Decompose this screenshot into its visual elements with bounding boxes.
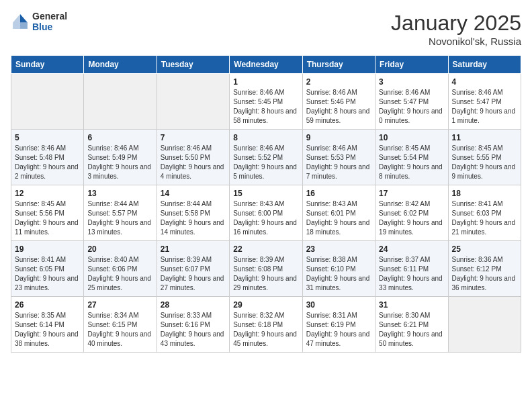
day-number: 20	[87, 244, 152, 254]
calendar-title: January 2025	[391, 11, 521, 36]
day-number: 6	[87, 133, 152, 142]
day-info: Sunrise: 8:41 AMSunset: 6:05 PMDaylight:…	[15, 255, 80, 293]
day-cell: 11Sunrise: 8:45 AMSunset: 5:55 PMDayligh…	[448, 130, 521, 185]
day-cell: 24Sunrise: 8:37 AMSunset: 6:11 PMDayligh…	[375, 241, 448, 297]
day-number: 24	[379, 244, 444, 254]
day-cell: 6Sunrise: 8:46 AMSunset: 5:49 PMDaylight…	[84, 130, 157, 185]
day-number: 4	[452, 77, 517, 87]
day-number: 10	[379, 133, 444, 142]
day-cell	[11, 74, 84, 130]
day-info: Sunrise: 8:30 AMSunset: 6:21 PMDaylight:…	[379, 311, 444, 349]
day-cell: 16Sunrise: 8:43 AMSunset: 6:01 PMDayligh…	[302, 185, 375, 241]
title-block: January 2025 Novonikol'sk, Russia	[391, 11, 521, 47]
day-number: 19	[15, 244, 80, 254]
calendar-subtitle: Novonikol'sk, Russia	[391, 36, 521, 47]
day-info: Sunrise: 8:42 AMSunset: 6:02 PMDaylight:…	[379, 199, 444, 237]
day-cell: 25Sunrise: 8:36 AMSunset: 6:12 PMDayligh…	[448, 241, 521, 297]
day-cell: 23Sunrise: 8:38 AMSunset: 6:10 PMDayligh…	[302, 241, 375, 297]
day-cell: 26Sunrise: 8:35 AMSunset: 6:14 PMDayligh…	[11, 297, 84, 353]
weekday-header-thursday: Thursday	[302, 56, 375, 74]
day-number: 31	[379, 300, 444, 310]
week-row-2: 5Sunrise: 8:46 AMSunset: 5:48 PMDaylight…	[11, 130, 521, 185]
day-info: Sunrise: 8:39 AMSunset: 6:08 PMDaylight:…	[233, 255, 298, 293]
day-info: Sunrise: 8:46 AMSunset: 5:45 PMDaylight:…	[233, 88, 298, 126]
weekday-header-wednesday: Wednesday	[230, 56, 302, 74]
day-cell	[157, 74, 229, 130]
day-info: Sunrise: 8:46 AMSunset: 5:48 PMDaylight:…	[15, 144, 80, 181]
day-number: 2	[306, 77, 371, 87]
day-info: Sunrise: 8:31 AMSunset: 6:19 PMDaylight:…	[306, 311, 371, 349]
day-cell: 27Sunrise: 8:34 AMSunset: 6:15 PMDayligh…	[84, 297, 157, 353]
day-cell: 2Sunrise: 8:46 AMSunset: 5:46 PMDaylight…	[302, 74, 375, 130]
day-cell: 29Sunrise: 8:32 AMSunset: 6:18 PMDayligh…	[230, 297, 302, 353]
day-number: 13	[87, 189, 152, 198]
logo-text: General Blue	[32, 11, 67, 32]
weekday-header-monday: Monday	[84, 56, 157, 74]
day-number: 3	[379, 77, 444, 87]
day-number: 15	[233, 189, 298, 198]
weekday-header-sunday: Sunday	[11, 56, 84, 74]
day-info: Sunrise: 8:43 AMSunset: 6:01 PMDaylight:…	[306, 199, 371, 237]
day-cell: 22Sunrise: 8:39 AMSunset: 6:08 PMDayligh…	[230, 241, 302, 297]
day-cell: 7Sunrise: 8:46 AMSunset: 5:50 PMDaylight…	[157, 130, 229, 185]
day-info: Sunrise: 8:35 AMSunset: 6:14 PMDaylight:…	[15, 311, 80, 349]
day-number: 17	[379, 189, 444, 198]
weekday-header-saturday: Saturday	[448, 56, 521, 74]
day-number: 25	[452, 244, 517, 254]
week-row-1: 1Sunrise: 8:46 AMSunset: 5:45 PMDaylight…	[11, 74, 521, 130]
day-cell	[448, 297, 521, 353]
day-number: 26	[15, 300, 80, 310]
weekday-header-friday: Friday	[375, 56, 448, 74]
logo: General Blue	[11, 11, 67, 32]
calendar-table: SundayMondayTuesdayWednesdayThursdayFrid…	[11, 55, 521, 353]
day-number: 23	[306, 244, 371, 254]
day-cell: 17Sunrise: 8:42 AMSunset: 6:02 PMDayligh…	[375, 185, 448, 241]
day-number: 8	[233, 133, 298, 142]
day-info: Sunrise: 8:39 AMSunset: 6:07 PMDaylight:…	[161, 255, 226, 293]
day-info: Sunrise: 8:45 AMSunset: 5:56 PMDaylight:…	[15, 199, 80, 237]
day-number: 7	[161, 133, 226, 142]
day-cell: 31Sunrise: 8:30 AMSunset: 6:21 PMDayligh…	[375, 297, 448, 353]
logo-blue-text: Blue	[32, 21, 67, 32]
day-number: 9	[306, 133, 371, 142]
day-number: 11	[452, 133, 517, 142]
day-info: Sunrise: 8:38 AMSunset: 6:10 PMDaylight:…	[306, 255, 371, 293]
day-number: 21	[161, 244, 226, 254]
day-cell: 18Sunrise: 8:41 AMSunset: 6:03 PMDayligh…	[448, 185, 521, 241]
day-info: Sunrise: 8:34 AMSunset: 6:15 PMDaylight:…	[87, 311, 152, 349]
day-number: 22	[233, 244, 298, 254]
week-row-4: 19Sunrise: 8:41 AMSunset: 6:05 PMDayligh…	[11, 241, 521, 297]
day-number: 30	[306, 300, 371, 310]
day-info: Sunrise: 8:43 AMSunset: 6:00 PMDaylight:…	[233, 199, 298, 237]
day-cell	[84, 74, 157, 130]
day-info: Sunrise: 8:44 AMSunset: 5:57 PMDaylight:…	[87, 199, 152, 237]
day-info: Sunrise: 8:37 AMSunset: 6:11 PMDaylight:…	[379, 255, 444, 293]
day-number: 29	[233, 300, 298, 310]
day-number: 28	[161, 300, 226, 310]
day-number: 16	[306, 189, 371, 198]
day-cell: 10Sunrise: 8:45 AMSunset: 5:54 PMDayligh…	[375, 130, 448, 185]
day-cell: 19Sunrise: 8:41 AMSunset: 6:05 PMDayligh…	[11, 241, 84, 297]
day-info: Sunrise: 8:33 AMSunset: 6:16 PMDaylight:…	[161, 311, 226, 349]
day-cell: 15Sunrise: 8:43 AMSunset: 6:00 PMDayligh…	[230, 185, 302, 241]
page-header: General Blue January 2025 Novonikol'sk, …	[11, 11, 521, 47]
svg-marker-1	[20, 23, 28, 29]
day-cell: 5Sunrise: 8:46 AMSunset: 5:48 PMDaylight…	[11, 130, 84, 185]
day-number: 14	[161, 189, 226, 198]
day-cell: 13Sunrise: 8:44 AMSunset: 5:57 PMDayligh…	[84, 185, 157, 241]
day-number: 27	[87, 300, 152, 310]
day-cell: 1Sunrise: 8:46 AMSunset: 5:45 PMDaylight…	[230, 74, 302, 130]
day-info: Sunrise: 8:46 AMSunset: 5:47 PMDaylight:…	[379, 88, 444, 126]
day-cell: 20Sunrise: 8:40 AMSunset: 6:06 PMDayligh…	[84, 241, 157, 297]
day-cell: 14Sunrise: 8:44 AMSunset: 5:58 PMDayligh…	[157, 185, 229, 241]
week-row-3: 12Sunrise: 8:45 AMSunset: 5:56 PMDayligh…	[11, 185, 521, 241]
day-info: Sunrise: 8:46 AMSunset: 5:50 PMDaylight:…	[161, 144, 226, 181]
weekday-header-tuesday: Tuesday	[157, 56, 229, 74]
svg-marker-0	[20, 14, 28, 22]
day-info: Sunrise: 8:40 AMSunset: 6:06 PMDaylight:…	[87, 255, 152, 293]
day-info: Sunrise: 8:32 AMSunset: 6:18 PMDaylight:…	[233, 311, 298, 349]
day-number: 18	[452, 189, 517, 198]
day-info: Sunrise: 8:46 AMSunset: 5:52 PMDaylight:…	[233, 144, 298, 181]
day-cell: 9Sunrise: 8:46 AMSunset: 5:53 PMDaylight…	[302, 130, 375, 185]
day-info: Sunrise: 8:46 AMSunset: 5:49 PMDaylight:…	[87, 144, 152, 181]
